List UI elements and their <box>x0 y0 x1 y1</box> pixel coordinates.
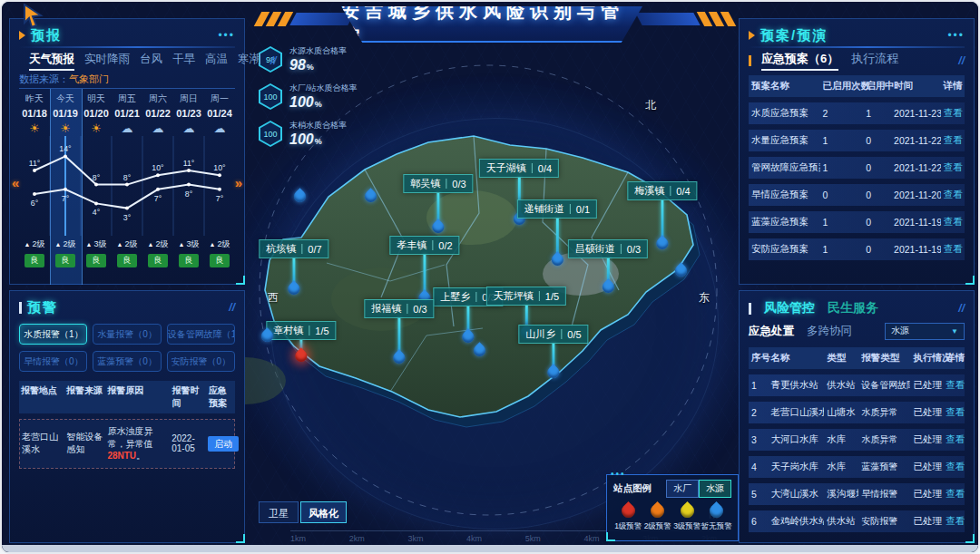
map-station[interactable]: 昌硕街道0/3 <box>568 239 648 293</box>
warning-filter-button[interactable]: 水质报警（1） <box>19 324 87 345</box>
plans-tab[interactable]: 应急预案（6） <box>761 51 838 71</box>
risk-detail-link[interactable]: 查看 <box>943 515 965 528</box>
legend-menu-dots[interactable]: ••• <box>611 469 626 479</box>
risk-row: 6 金鸡岭供水站 供水站 安防报警 已处理 查看 <box>749 510 965 532</box>
forecast-day[interactable]: 周日01/23☁ <box>173 89 204 136</box>
risk-detail-link[interactable]: 查看 <box>943 461 965 473</box>
station-label[interactable]: 天子湖镇0/4 <box>479 159 559 178</box>
collapse-mark[interactable]: // <box>229 301 235 314</box>
stat-label: 末梢水质合格率 <box>289 120 347 131</box>
risk-subtab[interactable]: 应急处置 <box>749 324 794 339</box>
station-label[interactable]: 山川乡0/5 <box>518 325 588 344</box>
risk-tab[interactable]: 风险管控 <box>764 300 815 316</box>
collapse-mark[interactable]: // <box>270 54 277 67</box>
water-drop-icon[interactable] <box>430 219 446 235</box>
forecast-day[interactable]: 今天01/19☀ <box>50 89 81 136</box>
station-label[interactable]: 杭垓镇0/7 <box>259 239 328 258</box>
forecast-day[interactable]: 周一01/24☁ <box>204 89 235 136</box>
station-label[interactable]: 天荒坪镇1/5 <box>486 287 566 306</box>
forecast-panel: 预报 ••• 天气预报实时降雨台风干旱高温寒潮 // 数据来源：气象部门 昨天0… <box>9 18 245 285</box>
station-label[interactable]: 鄣吴镇0/3 <box>403 174 473 193</box>
next-arrow[interactable]: » <box>235 175 242 190</box>
risk-detail-link[interactable]: 查看 <box>943 433 965 446</box>
station-label[interactable]: 孝丰镇0/2 <box>389 236 459 255</box>
risk-detail-link[interactable]: 查看 <box>943 488 965 501</box>
water-drop-icon[interactable] <box>545 364 562 380</box>
stat-item: 100 水厂/站水质合格率 100% <box>259 83 358 111</box>
water-drop-icon[interactable] <box>600 278 616 295</box>
forecast-day[interactable]: 昨天01/18☀ <box>19 89 50 136</box>
map-station[interactable]: 报福镇0/3 <box>364 299 434 364</box>
water-drop-icon[interactable] <box>654 235 671 251</box>
legend-filter-button[interactable]: 水厂 <box>666 480 699 498</box>
plan-detail-link[interactable]: 查看 <box>941 243 965 256</box>
forecast-day[interactable]: 周六01/22☁ <box>142 89 173 136</box>
forecast-day[interactable]: 明天01/20☀ <box>81 89 112 136</box>
plans-column-header: 时间 <box>891 80 941 92</box>
water-drop-icon[interactable] <box>471 342 487 358</box>
station-legend: ••• 站点图例 水厂 水源 1级预警 2级预警 <box>606 474 739 541</box>
start-plan-button[interactable]: 启动 <box>208 436 239 452</box>
water-drop-icon[interactable] <box>391 349 407 365</box>
legend-filter-button[interactable]: 水源 <box>699 480 731 498</box>
source-type-dropdown[interactable]: 水源 ▼ <box>885 323 965 340</box>
water-drop-icon[interactable] <box>460 328 476 345</box>
site-type: 水库 <box>824 433 858 446</box>
rain-weather-icon: ☁ <box>204 121 235 136</box>
warning-filter-button[interactable]: 安防报警（0） <box>167 351 235 372</box>
map-station[interactable]: 杭垓镇0/7 <box>259 239 328 295</box>
header-rule <box>19 46 235 48</box>
forecast-tab[interactable]: 实时降雨 <box>84 52 130 71</box>
panel-menu-dots[interactable]: ••• <box>947 29 965 42</box>
map-station[interactable]: 山川乡0/5 <box>518 325 588 378</box>
legend-title: 站点图例 <box>613 482 652 495</box>
plan-detail-link[interactable]: 查看 <box>941 189 965 201</box>
map-view-button[interactable]: 卫星 <box>259 501 299 523</box>
warning-filter-button[interactable]: 旱情报警（0） <box>19 351 87 372</box>
plan-detail-link[interactable]: 查看 <box>941 161 965 174</box>
station-stem <box>555 219 558 253</box>
warning-column-header: 报警来源 <box>64 384 105 410</box>
collapse-mark[interactable]: // <box>958 302 965 315</box>
forecast-tab[interactable]: 台风 <box>140 52 162 71</box>
risk-subtab[interactable]: 多跨协同 <box>807 324 852 339</box>
collapse-mark[interactable]: // <box>958 54 965 67</box>
plan-name: 管网故障应急预案 <box>749 161 820 174</box>
water-drop-icon[interactable] <box>672 262 689 278</box>
water-drop-icon[interactable] <box>286 280 302 296</box>
station-alarm-count: 0/3 <box>452 179 466 190</box>
plan-detail-link[interactable]: 查看 <box>941 107 965 120</box>
panel-menu-dots[interactable]: ••• <box>218 29 235 42</box>
map-station[interactable]: 鄣吴镇0/3 <box>403 174 473 233</box>
station-label[interactable]: 递铺街道0/1 <box>517 199 597 219</box>
station-label[interactable]: 章村镇1/5 <box>266 321 336 340</box>
station-label[interactable]: 梅溪镇0/4 <box>627 181 697 200</box>
risk-detail-link[interactable]: 查看 <box>943 406 965 419</box>
water-drop-icon[interactable] <box>362 188 378 204</box>
plans-tab[interactable]: 执行流程 <box>851 51 898 71</box>
forecast-tab[interactable]: 干旱 <box>172 52 195 71</box>
warning-filter-button[interactable]: 设备管网故障（1） <box>167 324 235 345</box>
air-quality: 良 <box>204 254 235 267</box>
forecast-tab[interactable]: 天气预报 <box>29 52 74 71</box>
svg-text:10°: 10° <box>152 163 164 172</box>
map-view-button[interactable]: 风格化 <box>300 501 347 523</box>
risk-tab[interactable]: 民生服务 <box>828 300 878 316</box>
station-label[interactable]: 昌硕街道0/3 <box>568 239 648 258</box>
plan-detail-link[interactable]: 查看 <box>941 216 965 228</box>
warning-filter-button[interactable]: 蓝藻预警（0） <box>93 351 161 372</box>
risk-detail-link[interactable]: 查看 <box>943 379 965 392</box>
forecast-day[interactable]: 周五01/21☁ <box>112 89 142 136</box>
water-drop-icon[interactable] <box>291 188 308 204</box>
handle-status: 已处理 <box>910 379 943 392</box>
forecast-tab[interactable]: 高温 <box>205 52 228 71</box>
map-station[interactable]: 章村镇1/5 <box>266 321 336 362</box>
warning-filter-button[interactable]: 水量报警（0） <box>93 324 161 345</box>
station-label[interactable]: 报福镇0/3 <box>364 299 434 318</box>
air-quality: 良 <box>142 254 173 267</box>
plan-detail-link[interactable]: 查看 <box>941 134 965 147</box>
forecast-tab[interactable]: 寒潮 <box>238 52 260 71</box>
prev-arrow[interactable]: « <box>12 175 19 190</box>
water-drop-icon[interactable] <box>293 347 309 364</box>
water-drop-icon[interactable] <box>549 251 565 267</box>
